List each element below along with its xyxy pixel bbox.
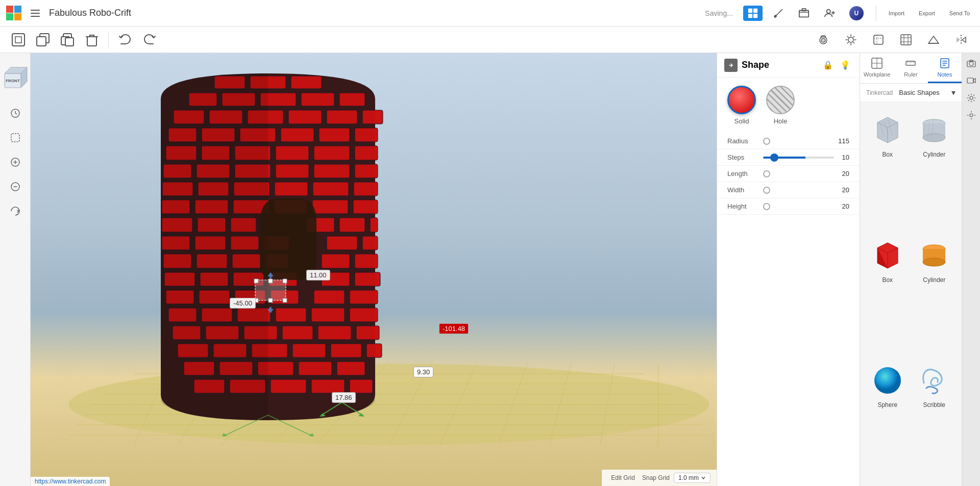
hole-option[interactable]: Hole bbox=[766, 86, 795, 125]
fit-view-btn[interactable] bbox=[5, 103, 26, 123]
hamburger-menu[interactable] bbox=[28, 6, 43, 21]
shape-label-box-red: Box bbox=[882, 276, 893, 284]
grid-view-btn[interactable] bbox=[743, 6, 763, 21]
tinkercad-logo[interactable] bbox=[6, 6, 21, 21]
svg-point-183 bbox=[969, 62, 973, 66]
svg-point-181 bbox=[923, 258, 945, 266]
orbit-btn[interactable] bbox=[5, 201, 26, 221]
svg-rect-11 bbox=[12, 34, 24, 46]
shape-item-scribble[interactable]: Scribble bbox=[913, 359, 956, 480]
svg-rect-158 bbox=[268, 298, 273, 302]
svg-point-182 bbox=[874, 367, 901, 394]
zoom-out-btn[interactable] bbox=[5, 176, 26, 197]
snap-value-btn[interactable]: 1.0 mm bbox=[674, 473, 710, 483]
camera-btn[interactable] bbox=[813, 31, 834, 48]
notes-tab[interactable]: Notes bbox=[928, 53, 962, 83]
svg-rect-8 bbox=[799, 10, 808, 17]
shape-item-cylinder-gray[interactable]: Cylinder bbox=[913, 108, 956, 229]
edit-grid-btn[interactable]: Edit Grid bbox=[608, 473, 638, 482]
height-control-circle[interactable] bbox=[763, 203, 770, 210]
workplane-tab[interactable]: Workplane bbox=[860, 53, 894, 83]
svg-point-187 bbox=[970, 114, 973, 117]
solid-label: Solid bbox=[734, 117, 749, 125]
steps-slider[interactable] bbox=[763, 157, 834, 159]
solid-circle bbox=[727, 86, 756, 114]
radius-control-circle[interactable] bbox=[763, 138, 770, 145]
svg-rect-9 bbox=[802, 8, 805, 11]
category-dropdown-btn[interactable]: ▾ bbox=[951, 88, 955, 97]
svg-rect-27 bbox=[11, 134, 19, 142]
shape-outline-btn[interactable] bbox=[868, 31, 889, 48]
steps-label: Steps bbox=[727, 154, 763, 161]
export-btn[interactable]: Export bbox=[915, 8, 939, 18]
view-cube[interactable]: FRONT bbox=[0, 59, 33, 95]
light-btn[interactable] bbox=[840, 31, 862, 48]
mirror-btn[interactable] bbox=[950, 31, 972, 48]
import-btn[interactable]: Import bbox=[885, 8, 909, 18]
right-sidebar-tabs: Workplane Ruler Notes bbox=[860, 53, 962, 84]
svg-rect-185 bbox=[967, 78, 973, 83]
send-to-btn[interactable]: Send To bbox=[945, 8, 974, 18]
radius-label: Radius bbox=[727, 137, 763, 145]
plane-btn[interactable] bbox=[923, 31, 944, 48]
lock-btn[interactable]: 🔒 bbox=[821, 58, 835, 72]
shape-type-row: Solid Hole bbox=[717, 78, 860, 133]
new-shape-btn[interactable] bbox=[8, 30, 29, 50]
length-row: Length 20 bbox=[717, 166, 860, 182]
shape-label-cylinder-gray: Cylinder bbox=[923, 151, 945, 158]
length-control-circle[interactable] bbox=[763, 170, 770, 177]
far-right-panel bbox=[962, 53, 980, 486]
svg-point-175 bbox=[923, 134, 945, 142]
add-user-btn[interactable] bbox=[820, 6, 839, 21]
width-value: 20 bbox=[834, 186, 849, 194]
shape-item-sphere-blue[interactable]: Sphere bbox=[866, 359, 909, 480]
settings-icon-btn[interactable] bbox=[963, 90, 979, 106]
zoom-in-btn[interactable] bbox=[5, 152, 26, 172]
shape-panel: Shape 🔒 💡 Solid Hole Radius 115 bbox=[717, 53, 860, 486]
shape-panel-title: Shape bbox=[742, 60, 817, 70]
select-btn[interactable] bbox=[5, 127, 26, 148]
svg-line-165 bbox=[342, 402, 362, 415]
svg-rect-2 bbox=[31, 16, 40, 17]
main-toolbar bbox=[0, 27, 980, 53]
viewport[interactable]: 11.00 -45.00 -101.48 9.30 17.86 https://… bbox=[31, 53, 717, 486]
copy-btn[interactable] bbox=[33, 30, 53, 50]
shapes-grid: Box Cylin bbox=[860, 102, 962, 486]
camera-icon-btn[interactable] bbox=[963, 55, 979, 71]
shape-label-sphere-blue: Sphere bbox=[877, 401, 897, 408]
svg-rect-13 bbox=[37, 37, 46, 46]
shape-item-box-gray[interactable]: Box bbox=[866, 108, 909, 229]
left-panel: FRONT bbox=[0, 53, 31, 486]
visibility-btn[interactable]: 💡 bbox=[838, 58, 852, 72]
shape-item-cylinder-orange[interactable]: Cylinder bbox=[913, 234, 956, 355]
svg-rect-153 bbox=[254, 279, 258, 283]
radius-row: Radius 115 bbox=[717, 133, 860, 149]
undo-btn[interactable] bbox=[115, 30, 135, 50]
svg-rect-4 bbox=[753, 8, 757, 12]
svg-rect-5 bbox=[748, 13, 752, 17]
svg-rect-155 bbox=[254, 298, 258, 302]
ruler-tab[interactable]: Ruler bbox=[894, 53, 927, 83]
redo-btn[interactable] bbox=[139, 30, 160, 50]
width-label: Width bbox=[727, 186, 763, 194]
pickaxe-btn[interactable] bbox=[769, 6, 788, 21]
video-icon-btn[interactable] bbox=[963, 72, 979, 89]
solid-option[interactable]: Solid bbox=[727, 86, 756, 125]
shape-label-box-gray: Box bbox=[882, 151, 893, 158]
width-control-circle[interactable] bbox=[763, 187, 770, 194]
delete-btn[interactable] bbox=[82, 30, 102, 50]
grid-btn[interactable] bbox=[895, 31, 917, 48]
user-avatar-btn[interactable]: U bbox=[845, 4, 868, 22]
duplicate-btn[interactable] bbox=[57, 30, 78, 50]
shapes-category-row: Tinkercad Basic Shapes ▾ bbox=[860, 84, 962, 102]
hole-circle bbox=[766, 86, 795, 114]
shape-item-box-red[interactable]: Box bbox=[866, 234, 909, 355]
extra-settings-btn[interactable] bbox=[963, 107, 979, 123]
height-row: Height 20 bbox=[717, 198, 860, 215]
project-name[interactable]: Fabulous Robo-Crift bbox=[49, 8, 131, 18]
projects-btn[interactable] bbox=[794, 6, 814, 21]
steps-row: Steps 10 bbox=[717, 149, 860, 166]
panel-collapse-btn[interactable] bbox=[724, 59, 738, 72]
height-value: 20 bbox=[834, 202, 849, 210]
svg-rect-16 bbox=[65, 38, 74, 46]
